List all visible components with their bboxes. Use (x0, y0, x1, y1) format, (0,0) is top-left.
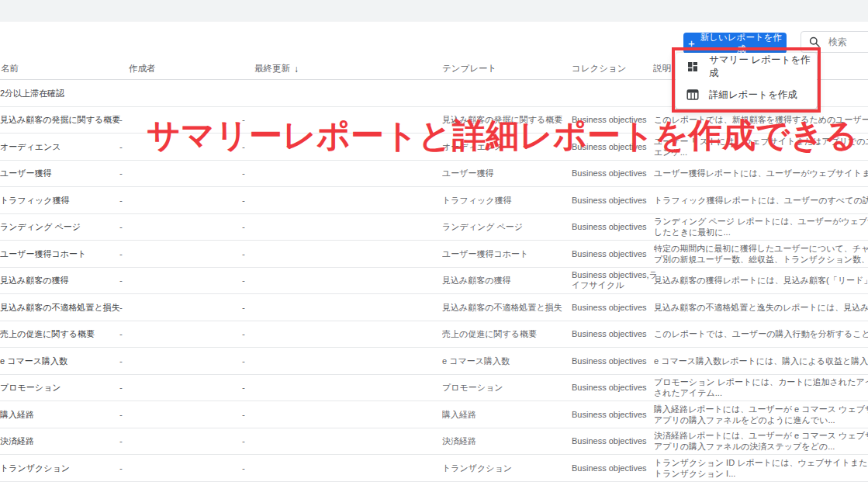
report-description: プロモーション レポートには、カートに追加されたアイテム されたアイテム... (654, 376, 868, 398)
report-collection: Business objectives,ライフサイクル (572, 270, 659, 290)
report-collection: Business objectives (572, 463, 659, 473)
table-row[interactable]: e コマース購入数 - - e コマース購入数 Business objecti… (0, 348, 868, 375)
report-name[interactable]: ランディング ページ (0, 221, 123, 233)
report-template: ランディング ページ (442, 221, 571, 233)
report-description-line1: プロモーション レポートには、カートに追加されたアイテム (654, 376, 868, 387)
report-name[interactable]: 見込み顧客の獲得 (0, 275, 123, 286)
report-description-line1: このレポートでは、新規顧客を獲得するためのユーザー指標 (654, 114, 868, 125)
report-name[interactable]: プロモーション (0, 382, 123, 394)
report-last-updated: - (242, 276, 245, 285)
report-creator: - (119, 356, 123, 366)
create-report-dropdown-menu: サマリー レポートを作成 詳細レポートを作成 (676, 53, 817, 109)
report-description: e コマース購入数レポートには、購入による収益と購入関連の (654, 355, 868, 366)
report-template: トラフィック獲得 (442, 194, 571, 206)
report-collection: Business objectives (572, 141, 659, 151)
plus-icon: + (688, 37, 695, 49)
report-last-updated: - (242, 463, 245, 473)
report-name[interactable]: 2分以上滞在確認 (0, 87, 123, 99)
search-icon (809, 36, 820, 47)
report-description-line1: 見込み顧客の獲得レポートには、見込み顧客(「リード」とも (654, 275, 868, 286)
report-template: プロモーション (442, 382, 571, 394)
report-last-updated: - (242, 142, 245, 151)
report-description-line2: トランザクション I... (654, 468, 868, 479)
report-name[interactable]: トランザクション (0, 462, 123, 473)
table-row[interactable]: 見込み顧客の獲得 - - 見込み顧客の獲得 Business objective… (0, 268, 868, 295)
report-description: このレポートでは、新規顧客を獲得するためのユーザー指標 (654, 114, 868, 125)
report-creator: - (119, 276, 123, 285)
table-row[interactable]: ユーザー獲得 - - ユーザー獲得 Business objectives ユー… (0, 161, 868, 188)
report-collection: Business objectives (572, 436, 659, 446)
report-creator: - (119, 115, 123, 124)
report-description-line1: e コマース購入数レポートには、購入による収益と購入関連の (654, 355, 868, 366)
column-header-name: 名前 (1, 63, 19, 75)
report-template: ユーザー獲得 (442, 168, 571, 179)
table-row[interactable]: 見込み顧客の発掘に関する概要 - - 見込み顧客の発掘に関する概要 Busine… (0, 107, 868, 134)
report-creator: - (119, 249, 123, 258)
report-description: 見込み顧客の獲得レポートには、見込み顧客(「リード」とも (654, 275, 868, 286)
report-description: 見込み顧客の不適格処置と逸失のレポートには、見込み顧客 (654, 302, 868, 313)
report-description-line2: プ別の新規ユーザー数、総収益、トランザクション数、ラ... (654, 254, 868, 265)
report-description-line1: 購入経路レポートには、ユーザーが e コマース ウェブサイト (654, 404, 868, 414)
report-last-updated: - (242, 168, 245, 178)
report-name[interactable]: トラフィック獲得 (0, 194, 123, 206)
report-creator: - (119, 463, 123, 473)
report-name[interactable]: ユーザー獲得コホート (0, 248, 123, 259)
table-row[interactable]: オーディエンス - - オーディエンス Business objectives … (0, 134, 868, 161)
column-header-last-updated[interactable]: 最終更新 ↓ (254, 63, 299, 75)
create-new-report-button[interactable]: + 新しいレポートを作成 (683, 33, 787, 54)
report-description-line1: ユーザー獲得レポートには、ユーザーがウェブサイトまたは (654, 168, 868, 179)
menu-item-label: サマリー レポートを作成 (709, 54, 817, 80)
report-collection: Business objectives (572, 302, 659, 312)
search-box[interactable]: 検索 (801, 31, 868, 53)
report-collection: Business objectives (572, 409, 659, 419)
table-row[interactable]: 売上の促進に関する概要 - - 売上の促進に関する概要 Business obj… (0, 321, 868, 348)
menu-item-create-summary-report[interactable]: サマリー レポートを作成 (676, 53, 817, 81)
report-template: 見込み顧客の不適格処置と損失 (442, 301, 571, 313)
menu-item-label: 詳細レポートを作成 (709, 88, 797, 102)
table-row[interactable]: トラフィック獲得 - - トラフィック獲得 Business objective… (0, 187, 868, 214)
report-description: ユーザー獲得レポートには、ユーザーがウェブサイトまたは (654, 168, 868, 179)
report-template: オーディエンス (442, 140, 571, 152)
report-creator: - (119, 168, 123, 178)
report-name[interactable]: オーディエンス (0, 140, 123, 152)
report-description-line1: 決済経路レポートには、ユーザーが e コマース ウェブサイト (654, 430, 868, 441)
report-last-updated: - (242, 436, 245, 446)
report-name[interactable]: e コマース購入数 (0, 355, 123, 366)
menu-item-create-detail-report[interactable]: 詳細レポートを作成 (676, 81, 817, 109)
report-description: ユーザー リストには、ウェブサイトまたはアプリでのユー エンゲ... (654, 136, 868, 158)
report-creator: - (119, 410, 123, 419)
report-collection: Business objectives (572, 115, 659, 125)
report-name[interactable]: 見込み顧客の発掘に関する概要 (0, 114, 123, 126)
column-header-template: テンプレート (442, 63, 496, 75)
report-last-updated: - (242, 303, 245, 312)
report-description-line1: ユーザー リストには、ウェブサイトまたはアプリでのユー (654, 136, 868, 147)
report-last-updated: - (242, 329, 245, 338)
table-row[interactable]: 見込み顧客の不適格処置と損失 - - 見込み顧客の不適格処置と損失 Busine… (0, 294, 868, 321)
report-name[interactable]: 購入経路 (0, 408, 123, 420)
table-row[interactable]: 決済経路 - - 決済経路 Business objectives 決済経路レポ… (0, 428, 868, 456)
table-row[interactable]: トランザクション - - トランザクション Business objective… (0, 455, 868, 482)
report-name[interactable]: 決済経路 (0, 435, 123, 447)
report-creator: - (119, 436, 123, 446)
table-row[interactable]: 購入経路 - - 購入経路 Business objectives 購入経路レポ… (0, 401, 868, 428)
report-collection: Business objectives (572, 383, 659, 393)
report-template: e コマース購入数 (442, 355, 571, 366)
table-row[interactable]: ランディング ページ - - ランディング ページ Business objec… (0, 214, 868, 241)
report-name[interactable]: ユーザー獲得 (0, 168, 123, 179)
table-row[interactable]: ユーザー獲得コホート - - ユーザー獲得コホート Business objec… (0, 241, 868, 268)
report-name[interactable]: 見込み顧客の不適格処置と損失 (0, 301, 123, 313)
report-last-updated: - (242, 196, 245, 205)
report-last-updated: - (242, 356, 245, 366)
detail-report-table-icon (686, 88, 699, 101)
table-row[interactable]: プロモーション - - プロモーション Business objectives … (0, 375, 868, 402)
search-placeholder: 検索 (828, 36, 847, 49)
report-template: 決済経路 (442, 435, 571, 447)
report-description: 特定の期間内に最初に獲得したユーザーについて、チャネル プ別の新規ユーザー数、総… (654, 243, 868, 265)
report-template: 見込み顧客の発掘に関する概要 (442, 114, 571, 126)
report-description-line1: 見込み顧客の不適格処置と逸失のレポートには、見込み顧客 (654, 302, 868, 313)
report-name[interactable]: 売上の促進に関する概要 (0, 328, 123, 340)
report-collection: Business objectives (572, 195, 659, 205)
report-creator: - (119, 383, 123, 392)
sort-down-arrow-icon: ↓ (294, 64, 299, 75)
report-template: 購入経路 (442, 408, 571, 420)
